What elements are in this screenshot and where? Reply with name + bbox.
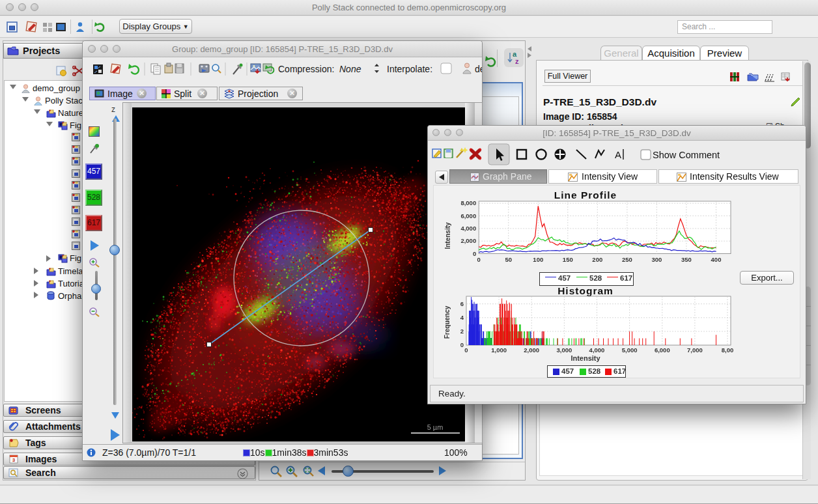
svg-text:2,000: 2,000 [460,237,476,244]
svg-text:Intensity: Intensity [571,354,600,362]
svg-text:5,000: 5,000 [622,346,638,354]
svg-text:Interpolate:: Interpolate: [387,64,432,74]
svg-text:3: 3 [12,457,16,463]
svg-text:Frequency: Frequency [444,305,451,339]
svg-text:8,000: 8,000 [460,199,476,206]
svg-text:2: 2 [460,328,464,335]
svg-text:300: 300 [651,256,662,263]
svg-text:z: z [515,57,519,65]
svg-text:8,00: 8,00 [722,346,734,354]
svg-text:7,000: 7,000 [687,346,703,354]
svg-text:150: 150 [563,256,573,263]
svg-text:0: 0 [464,346,468,354]
svg-text:100: 100 [533,256,543,263]
svg-text:None: None [339,64,361,74]
svg-text:0: 0 [460,341,464,348]
svg-text:250: 250 [622,256,632,263]
svg-text:4,000: 4,000 [460,225,476,232]
svg-text:4: 4 [460,314,464,321]
svg-text:de: de [475,64,482,74]
svg-text:6,000: 6,000 [460,212,476,219]
svg-text:3,000: 3,000 [557,346,572,354]
svg-text:A: A [615,149,621,160]
svg-text:50: 50 [505,256,512,263]
svg-text:0: 0 [473,250,476,257]
svg-text:6,000: 6,000 [655,346,670,354]
svg-text:200: 200 [592,256,602,263]
svg-text:Intensity: Intensity [444,222,451,249]
svg-text:2,000: 2,000 [524,346,539,354]
svg-text:Compression:: Compression: [278,64,334,74]
svg-text:5 µm: 5 µm [427,423,444,431]
svg-text:350: 350 [681,256,692,263]
svg-text:6: 6 [460,300,464,307]
svg-text:Show Comment: Show Comment [653,150,720,160]
svg-text:400: 400 [711,256,722,263]
svg-text:0: 0 [477,256,481,263]
svg-text:4,000: 4,000 [589,346,605,354]
svg-text:1,000: 1,000 [491,346,507,354]
